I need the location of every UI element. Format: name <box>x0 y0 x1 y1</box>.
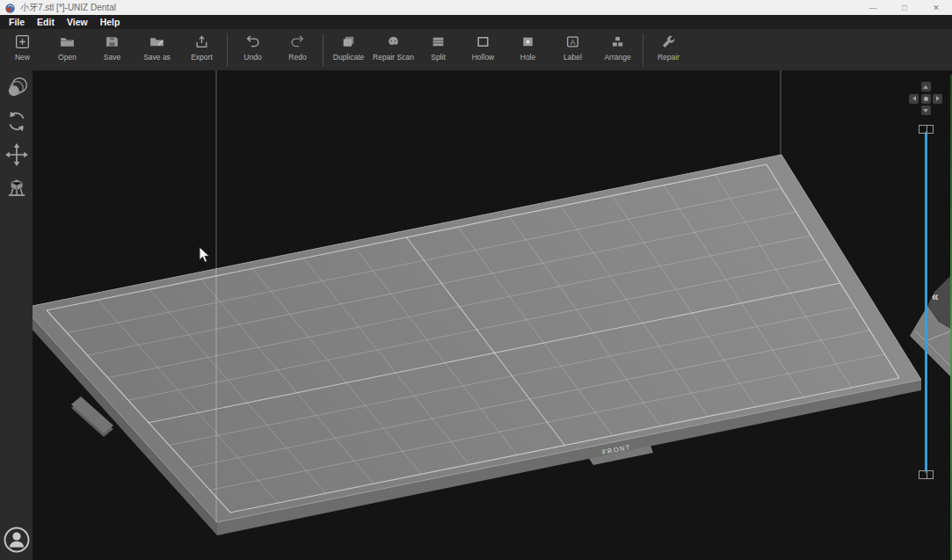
support-tool-button[interactable] <box>4 177 30 203</box>
nav-center-button[interactable] <box>921 94 931 104</box>
repair-scan-label: Repair Scan <box>373 53 414 62</box>
nav-down-button[interactable] <box>921 105 931 115</box>
save-as-label: Save as <box>143 53 171 62</box>
toolbar-separator <box>323 33 323 66</box>
new-button[interactable]: New <box>0 29 45 62</box>
label-button[interactable]: A Label <box>550 29 595 62</box>
save-as-icon <box>149 33 165 50</box>
menu-view[interactable]: View <box>61 17 94 27</box>
nav-up-button[interactable] <box>921 82 931 91</box>
clipping-slider-top-handle[interactable] <box>919 125 934 134</box>
new-label: New <box>15 53 30 62</box>
center-dot-icon <box>924 97 928 101</box>
repair-scan-icon <box>385 33 402 50</box>
save-icon <box>104 33 120 50</box>
titlebar: 小牙7.stl [*]-UNIZ Dental — □ ✕ <box>0 0 952 15</box>
menubar: File Edit View Help <box>0 15 952 29</box>
menu-help[interactable]: Help <box>94 17 127 27</box>
open-button[interactable]: Open <box>45 29 90 62</box>
window-controls: — □ ✕ <box>857 0 952 15</box>
right-arrow-icon <box>936 96 940 101</box>
arrange-icon <box>609 33 626 50</box>
nav-left-button[interactable] <box>909 94 919 104</box>
expand-panel-button[interactable]: « <box>932 290 939 302</box>
toolbar-separator <box>227 33 228 66</box>
redo-label: Redo <box>288 53 306 62</box>
label-label: Label <box>563 53 582 62</box>
undo-button[interactable]: Undo <box>230 29 275 62</box>
support-icon <box>4 176 29 204</box>
hollow-icon <box>475 33 491 50</box>
arrange-label: Arrange <box>604 53 630 62</box>
left-arrow-icon <box>912 96 916 101</box>
menu-file[interactable]: File <box>3 17 31 27</box>
hole-icon <box>520 33 536 50</box>
export-icon <box>193 33 210 50</box>
duplicate-icon <box>340 33 357 50</box>
repair-label: Repair <box>658 53 679 62</box>
duplicate-button[interactable]: Duplicate <box>326 29 371 62</box>
save-button[interactable]: Save <box>90 29 134 62</box>
up-arrow-icon <box>923 85 928 89</box>
menu-edit[interactable]: Edit <box>31 17 61 27</box>
user-avatar-icon <box>3 542 31 556</box>
app-window: 小牙7.stl [*]-UNIZ Dental — □ ✕ File Edit … <box>0 0 952 560</box>
split-button[interactable]: Split <box>416 29 461 62</box>
window-title: 小牙7.stl [*]-UNIZ Dental <box>20 2 116 14</box>
new-icon <box>14 33 31 50</box>
clipping-slider-bottom-handle[interactable] <box>919 470 934 479</box>
arrange-button[interactable]: Arrange <box>595 29 640 62</box>
clipping-slider-track[interactable] <box>925 131 927 473</box>
maximize-button[interactable]: □ <box>889 0 920 15</box>
account-button[interactable] <box>3 526 31 554</box>
build-plate-scene[interactable]: FRONT <box>33 70 952 560</box>
scale-tool-button[interactable] <box>4 76 30 103</box>
hole-button[interactable]: Hole <box>505 29 550 62</box>
redo-icon <box>289 33 306 50</box>
down-arrow-icon <box>923 109 928 113</box>
repair-button[interactable]: Repair <box>646 29 691 62</box>
undo-label: Undo <box>243 53 261 62</box>
duplicate-label: Duplicate <box>333 53 364 62</box>
save-as-button[interactable]: Save as <box>134 29 179 62</box>
split-label: Split <box>431 53 446 62</box>
viewport-3d[interactable]: FRONT <box>33 70 952 560</box>
mouse-cursor <box>199 246 211 267</box>
rotate-icon <box>4 109 29 137</box>
repair-wrench-icon <box>660 33 677 50</box>
repair-scan-button[interactable]: Repair Scan <box>371 29 416 62</box>
rotate-tool-button[interactable] <box>4 110 30 136</box>
hollow-label: Hollow <box>472 53 495 62</box>
svg-text:A: A <box>570 38 576 47</box>
split-icon <box>430 33 447 50</box>
move-tool-button[interactable] <box>4 143 30 170</box>
view-navigation-pad <box>909 82 942 115</box>
redo-button[interactable]: Redo <box>275 29 320 62</box>
toolbar-separator <box>643 33 643 66</box>
save-label: Save <box>104 53 120 62</box>
close-button[interactable]: ✕ <box>920 0 952 15</box>
export-label: Export <box>191 53 213 62</box>
open-folder-icon <box>59 33 76 50</box>
move-icon <box>4 142 29 171</box>
undo-icon <box>244 33 261 50</box>
scale-circles-icon <box>4 76 29 104</box>
export-button[interactable]: Export <box>179 29 224 62</box>
hollow-button[interactable]: Hollow <box>461 29 505 62</box>
open-label: Open <box>58 53 76 62</box>
app-logo-icon <box>4 2 16 13</box>
minimize-button[interactable]: — <box>857 0 889 15</box>
label-icon: A <box>564 33 581 50</box>
hole-label: Hole <box>520 53 535 62</box>
nav-right-button[interactable] <box>933 94 942 104</box>
left-tool-sidebar <box>0 70 33 560</box>
main-toolbar: New Open Save Save as <box>0 29 952 70</box>
